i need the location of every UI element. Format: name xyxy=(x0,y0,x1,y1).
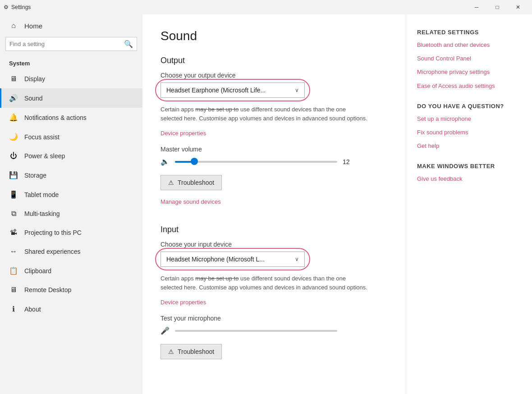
sidebar-item-projecting[interactable]: 📽 Projecting to this PC xyxy=(0,223,142,242)
output-choose-label: Choose your output device xyxy=(161,72,388,79)
warning-icon: ⚠ xyxy=(168,179,174,186)
sidebar-item-sound[interactable]: 🔊 Sound xyxy=(0,88,142,108)
output-desc-part1: Certain apps xyxy=(161,106,195,113)
volume-slider-thumb[interactable] xyxy=(191,158,198,165)
sound-icon: 🔊 xyxy=(9,94,18,102)
sidebar-item-tablet[interactable]: 📱 Tablet mode xyxy=(0,185,142,204)
output-device-wrapper: Headset Earphone (Microsoft Life... ∨ xyxy=(161,82,305,98)
volume-slider-row: 🔈 12 xyxy=(161,157,388,166)
projecting-icon: 📽 xyxy=(9,229,18,237)
question-link-get-help[interactable]: Get help xyxy=(417,142,521,150)
sidebar-section-title: System xyxy=(0,56,142,69)
clipboard-icon: 📋 xyxy=(9,266,18,275)
sidebar-item-clipboard[interactable]: 📋 Clipboard xyxy=(0,261,142,280)
title-bar: ⚙ Settings ─ □ ✕ xyxy=(0,0,532,14)
question-link-setup-mic[interactable]: Set up a microphone xyxy=(417,115,521,123)
output-section-title: Output xyxy=(161,56,388,65)
right-panel: Related Settings Bluetooth and other dev… xyxy=(406,14,532,394)
settings-icon: ⚙ xyxy=(4,4,9,10)
input-desc-text: Certain apps may be set up to use differ… xyxy=(161,274,368,292)
related-link-microphone[interactable]: Microphone privacy settings xyxy=(417,68,521,76)
related-link-sound-control[interactable]: Sound Control Panel xyxy=(417,55,521,63)
sidebar-item-shared[interactable]: ↔ Shared experiences xyxy=(0,242,142,261)
notifications-icon: 🔔 xyxy=(9,113,18,122)
test-mic-label: Test your microphone xyxy=(161,315,388,322)
main-content: Sound Output Choose your output device H… xyxy=(142,14,406,394)
sidebar-home-label: Home xyxy=(24,22,42,30)
input-troubleshoot-label: Troubleshoot xyxy=(178,348,214,355)
output-device-properties-link[interactable]: Device properties xyxy=(161,130,206,137)
input-choose-label: Choose your input device xyxy=(161,241,388,248)
question-title: Do you have a question? xyxy=(417,103,521,110)
multitasking-icon: ⧉ xyxy=(9,210,18,218)
display-icon: 🖥 xyxy=(9,75,18,83)
sidebar-item-notifications[interactable]: 🔔 Notifications & actions xyxy=(0,108,142,127)
power-icon: ⏻ xyxy=(9,152,18,160)
output-troubleshoot-button[interactable]: ⚠ Troubleshoot xyxy=(161,175,222,190)
related-settings-title: Related Settings xyxy=(417,29,521,36)
sidebar-item-label: Tablet mode xyxy=(24,191,59,198)
output-desc-text: Certain apps may be set up to use differ… xyxy=(161,105,368,123)
input-troubleshoot-button[interactable]: ⚠ Troubleshoot xyxy=(161,344,222,359)
about-icon: ℹ xyxy=(9,305,18,313)
focus-icon: 🌙 xyxy=(9,133,18,141)
input-device-dropdown[interactable]: Headset Microphone (Microsoft L... ∨ xyxy=(161,252,305,267)
input-device-wrapper: Headset Microphone (Microsoft L... ∨ xyxy=(161,252,305,267)
sidebar-item-remote[interactable]: 🖥 Remote Desktop xyxy=(0,280,142,299)
search-input[interactable] xyxy=(9,41,121,47)
input-warning-icon: ⚠ xyxy=(168,348,174,355)
title-bar-left: ⚙ Settings xyxy=(4,4,31,10)
sidebar-item-label: Clipboard xyxy=(24,267,51,275)
input-dropdown-arrow: ∨ xyxy=(295,256,299,262)
sidebar-item-power[interactable]: ⏻ Power & sleep xyxy=(0,147,142,165)
page-title: Sound xyxy=(161,29,388,43)
tablet-icon: 📱 xyxy=(9,190,18,199)
sidebar-item-label: Notifications & actions xyxy=(24,114,87,121)
output-desc-strike: may be set up to xyxy=(195,106,238,113)
question-link-fix-sound[interactable]: Fix sound problems xyxy=(417,128,521,137)
storage-icon: 💾 xyxy=(9,171,18,179)
sidebar-item-home[interactable]: ⌂ Home xyxy=(0,14,142,37)
related-link-bluetooth[interactable]: Bluetooth and other devices xyxy=(417,41,521,49)
question-section: Do you have a question? Set up a microph… xyxy=(417,103,521,151)
input-desc-part1: Certain apps xyxy=(161,275,195,282)
manage-sound-link[interactable]: Manage sound devices xyxy=(161,198,221,205)
input-section-title: Input xyxy=(161,225,388,234)
mic-slider-track[interactable] xyxy=(175,330,337,332)
volume-slider-track[interactable] xyxy=(175,161,337,163)
volume-icon: 🔈 xyxy=(161,157,170,166)
sidebar-item-storage[interactable]: 💾 Storage xyxy=(0,165,142,185)
sidebar-item-label: Focus assist xyxy=(24,133,60,141)
search-icon: 🔍 xyxy=(124,40,133,48)
related-link-ease-access[interactable]: Ease of Access audio settings xyxy=(417,82,521,90)
title-bar-controls: ─ □ ✕ xyxy=(466,0,528,14)
sidebar-item-label: Shared experiences xyxy=(24,248,81,255)
sidebar-item-label: Display xyxy=(24,75,45,82)
input-device-properties-link[interactable]: Device properties xyxy=(161,299,206,306)
master-volume-label: Master volume xyxy=(161,146,388,153)
volume-value: 12 xyxy=(343,158,353,165)
sidebar-item-display[interactable]: 🖥 Display xyxy=(0,69,142,88)
output-device-dropdown[interactable]: Headset Earphone (Microsoft Life... ∨ xyxy=(161,82,305,98)
sidebar-item-label: Storage xyxy=(24,172,46,179)
input-desc-strike: may be set up to xyxy=(195,275,238,282)
sidebar-item-label: About xyxy=(24,306,41,313)
sidebar-item-multitasking[interactable]: ⧉ Multi-tasking xyxy=(0,204,142,223)
mic-area: Test your microphone 🎤 xyxy=(161,315,388,335)
sidebar-item-label: Power & sleep xyxy=(24,152,65,160)
sidebar: ⌂ Home 🔍 System 🖥 Display 🔊 Sound 🔔 Noti… xyxy=(0,14,142,394)
minimize-button[interactable]: ─ xyxy=(466,0,487,14)
home-icon: ⌂ xyxy=(9,22,18,30)
close-button[interactable]: ✕ xyxy=(508,0,528,14)
sidebar-item-focus[interactable]: 🌙 Focus assist xyxy=(0,127,142,147)
maximize-button[interactable]: □ xyxy=(487,0,508,14)
app-body: ⌂ Home 🔍 System 🖥 Display 🔊 Sound 🔔 Noti… xyxy=(0,14,532,394)
feedback-section: Make Windows better Give us feedback xyxy=(417,163,521,183)
input-device-value: Headset Microphone (Microsoft L... xyxy=(166,256,265,263)
feedback-link[interactable]: Give us feedback xyxy=(417,175,521,183)
sidebar-item-about[interactable]: ℹ About xyxy=(0,299,142,319)
sidebar-item-label: Multi-tasking xyxy=(24,210,60,217)
volume-area: Master volume 🔈 12 xyxy=(161,146,388,166)
sidebar-search-box[interactable]: 🔍 xyxy=(5,37,137,51)
app-name: Settings xyxy=(11,4,31,10)
